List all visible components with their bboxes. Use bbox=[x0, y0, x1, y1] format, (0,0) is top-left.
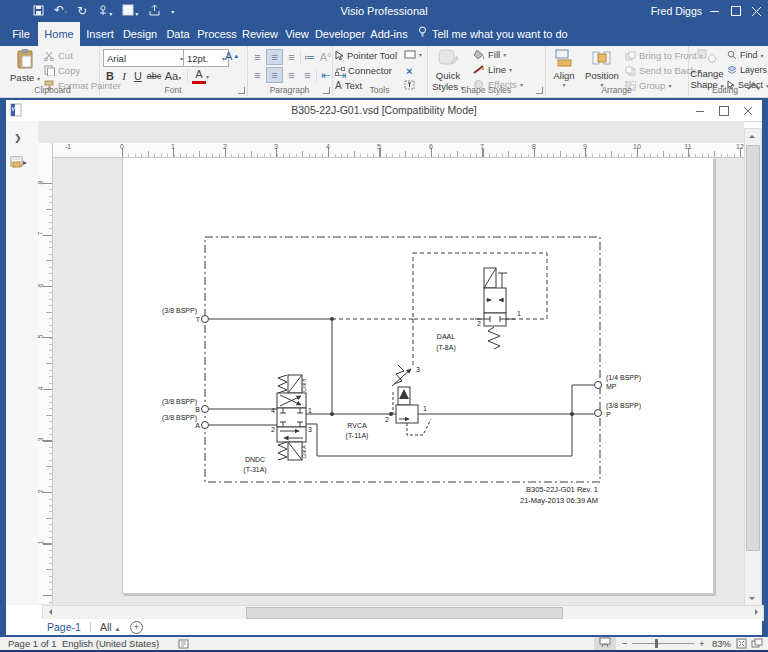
font-color-caret[interactable]: ▾ bbox=[206, 73, 209, 80]
ruler-number: -1 bbox=[65, 143, 71, 150]
ruler-number: 4 bbox=[37, 387, 44, 391]
cut-button[interactable]: Cut bbox=[44, 50, 73, 61]
ruler-number: 0 bbox=[120, 143, 124, 150]
align-bottom-icon[interactable]: ≡ bbox=[284, 50, 299, 64]
port-T[interactable] bbox=[202, 316, 209, 323]
hydraulic-schematic[interactable]: (3/8 BSPP) T (3/8 BSPP) B (3/8 BSPP) A (… bbox=[122, 157, 712, 592]
port-P[interactable] bbox=[595, 410, 602, 417]
port-MP[interactable] bbox=[595, 382, 602, 389]
port-B[interactable] bbox=[202, 406, 209, 413]
scroll-right-icon[interactable] bbox=[749, 606, 763, 618]
layers-button[interactable]: Layers▾ bbox=[727, 65, 768, 75]
position-button[interactable]: Position▾ bbox=[583, 48, 621, 88]
manifold-boundary[interactable] bbox=[205, 237, 600, 482]
daal-enclosure[interactable] bbox=[413, 253, 547, 319]
rectangle-tool-button[interactable]: ▾ bbox=[404, 50, 422, 59]
tab-data[interactable]: Data bbox=[162, 22, 194, 46]
horizontal-scroll-thumb[interactable] bbox=[246, 607, 563, 619]
page-count[interactable]: Page 1 of 1 bbox=[8, 637, 57, 650]
tab-developer[interactable]: Developer bbox=[314, 22, 366, 46]
change-shape-button[interactable]: Change Shape ▾ bbox=[689, 48, 725, 90]
change-shape-label-1: Change bbox=[690, 68, 723, 79]
vertical-scrollbar[interactable] bbox=[744, 128, 762, 606]
align-right-icon[interactable]: ≡ bbox=[284, 68, 299, 82]
port-T-spec: (3/8 BSPP) bbox=[162, 307, 197, 315]
vertical-scroll-thumb[interactable] bbox=[746, 145, 760, 551]
tab-addins[interactable]: Add-ins bbox=[368, 22, 410, 46]
shapes-panel-icon[interactable] bbox=[10, 155, 28, 173]
text-direction-icon[interactable]: A° bbox=[318, 50, 333, 64]
close-button[interactable] bbox=[746, 0, 766, 22]
underline-button[interactable]: U bbox=[131, 70, 145, 82]
presentation-mode-icon[interactable] bbox=[594, 637, 616, 650]
port-B-spec: (3/8 BSPP) bbox=[162, 398, 197, 406]
align-left-icon[interactable]: ≡ bbox=[250, 68, 265, 82]
ruler-number: 3 bbox=[37, 438, 44, 442]
group-clipboard: Paste ▾ Cut Copy Format Painter Clipboar… bbox=[6, 46, 100, 96]
align-middle-icon[interactable]: ≡ bbox=[266, 49, 283, 65]
zoom-slider-thumb[interactable] bbox=[655, 639, 658, 648]
language-status[interactable]: English (United States) bbox=[62, 637, 159, 650]
change-case-button[interactable]: Aa▾ bbox=[163, 70, 183, 82]
dndc-port-3: 3 bbox=[308, 426, 312, 433]
tab-insert[interactable]: Insert bbox=[82, 22, 118, 46]
rvca-valve[interactable]: 3 2 1 RVCA (T-11A) bbox=[346, 365, 427, 440]
decrease-indent-icon[interactable]: ⇤ bbox=[318, 68, 333, 82]
scroll-down-icon[interactable] bbox=[745, 591, 759, 605]
expand-shapes-arrow-icon[interactable]: ❯ bbox=[14, 133, 22, 143]
tab-home[interactable]: Home bbox=[38, 22, 80, 46]
font-size-select[interactable]: 12pt.▾ bbox=[183, 49, 229, 67]
strikethrough-button[interactable]: abc bbox=[145, 71, 163, 81]
collapse-ribbon-icon[interactable] bbox=[749, 84, 758, 93]
minimize-button[interactable] bbox=[704, 0, 724, 22]
page-tab-page1[interactable]: Page-1 bbox=[47, 619, 81, 635]
bold-button[interactable]: B bbox=[103, 70, 117, 82]
find-button[interactable]: Find▾ bbox=[727, 50, 764, 60]
scroll-left-icon[interactable] bbox=[43, 606, 57, 618]
copy-button[interactable]: Copy bbox=[44, 65, 80, 76]
doc-maximize-button[interactable] bbox=[714, 100, 734, 122]
maximize-button[interactable] bbox=[726, 0, 746, 22]
align-top-icon[interactable]: ≡ bbox=[250, 50, 265, 64]
ribbon-tab-row: File Home Insert Design Data Process Rev… bbox=[0, 22, 768, 46]
connection-point-button[interactable]: × bbox=[406, 65, 412, 77]
connector-button[interactable]: Connector bbox=[335, 65, 392, 76]
ruler-number: 3 bbox=[274, 143, 278, 150]
paste-button[interactable]: Paste ▾ bbox=[10, 48, 40, 83]
tab-process[interactable]: Process bbox=[196, 22, 238, 46]
tab-design[interactable]: Design bbox=[120, 22, 160, 46]
tab-file[interactable]: File bbox=[6, 22, 36, 46]
doc-minimize-button[interactable] bbox=[690, 100, 710, 122]
ruler-number: 6 bbox=[429, 143, 433, 150]
align-icon bbox=[554, 48, 574, 68]
line-button[interactable]: Line▾ bbox=[473, 64, 512, 75]
tab-review[interactable]: Review bbox=[240, 22, 280, 46]
zoom-in-icon[interactable]: + bbox=[699, 637, 705, 650]
daal-valve[interactable]: 2 1 DAAL (T-8A) bbox=[436, 268, 521, 352]
tell-me-box[interactable]: Tell me what you want to do bbox=[418, 22, 618, 46]
doc-close-button[interactable] bbox=[738, 100, 758, 122]
zoom-out-icon[interactable]: − bbox=[622, 637, 628, 650]
tab-view[interactable]: View bbox=[282, 22, 312, 46]
italic-button[interactable]: I bbox=[117, 70, 131, 82]
scroll-up-icon[interactable] bbox=[745, 129, 759, 143]
fill-button[interactable]: Fill▾ bbox=[473, 49, 506, 60]
grow-font-button[interactable]: A▲ bbox=[225, 50, 239, 62]
position-label: Position bbox=[585, 70, 619, 81]
zoom-slider-track[interactable] bbox=[632, 643, 694, 644]
insert-page-icon[interactable]: + bbox=[130, 621, 143, 634]
page-tab-bar: Page-1 All ▲ + bbox=[6, 619, 762, 635]
justify-icon[interactable]: ≡ bbox=[300, 68, 315, 82]
port-A[interactable] bbox=[202, 422, 209, 429]
bullets-icon[interactable]: ≔ bbox=[302, 50, 317, 64]
zoom-level[interactable]: 83% bbox=[712, 637, 731, 650]
rvca-name: RVCA bbox=[347, 422, 367, 429]
font-color-button[interactable]: A bbox=[192, 68, 206, 84]
ruler-number: 5 bbox=[37, 335, 44, 339]
align-center-icon[interactable]: ≡ bbox=[266, 67, 283, 83]
pointer-tool-button[interactable]: Pointer Tool bbox=[335, 50, 397, 61]
align-button[interactable]: Align▾ bbox=[547, 48, 581, 88]
dndc-coil-a-label: Coil A bbox=[301, 445, 307, 459]
font-family-select[interactable]: Arial▾ bbox=[103, 49, 187, 67]
font-family-value: Arial bbox=[107, 53, 126, 64]
